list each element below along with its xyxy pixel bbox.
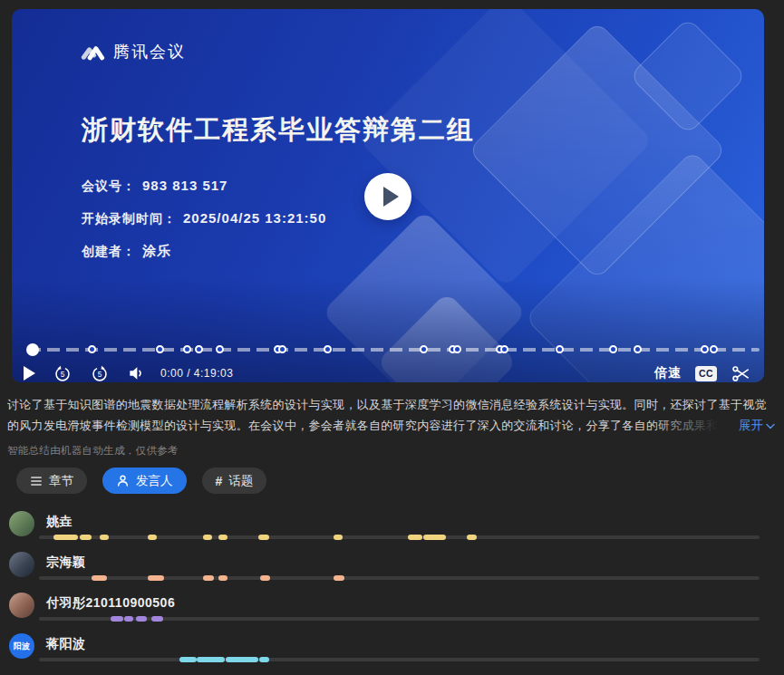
play-icon	[24, 366, 35, 381]
speech-segment[interactable]	[218, 535, 227, 540]
meta-label: 会议号：	[82, 178, 136, 195]
progress-marker[interactable]	[701, 345, 709, 353]
progress-track	[28, 348, 760, 352]
scissors-icon	[731, 363, 751, 383]
progress-bar[interactable]	[28, 345, 760, 354]
speech-segment[interactable]	[179, 657, 197, 662]
time-display: 0:00 / 4:19:03	[160, 367, 233, 380]
speech-segment[interactable]	[92, 575, 107, 581]
speech-segment[interactable]	[100, 535, 109, 540]
progress-marker[interactable]	[216, 345, 224, 353]
meta-label: 创建者：	[82, 244, 136, 260]
svg-text:5: 5	[98, 371, 102, 379]
person-icon	[116, 474, 130, 487]
progress-marker[interactable]	[500, 345, 508, 353]
big-play-button[interactable]	[364, 173, 411, 220]
progress-marker[interactable]	[634, 345, 642, 353]
tab-label: 发言人	[136, 473, 173, 489]
avatar	[9, 552, 34, 577]
speaker-row: 姚垚	[9, 507, 760, 548]
speech-segment[interactable]	[423, 535, 446, 540]
meeting-title: 浙财软件工程系毕业答辩第二组	[82, 112, 475, 149]
progress-marker[interactable]	[556, 345, 564, 353]
volume-button[interactable]	[127, 364, 146, 382]
cc-subtitles-button[interactable]: CC	[695, 366, 717, 381]
speech-segment[interactable]	[111, 616, 123, 622]
speech-segment[interactable]	[148, 575, 164, 581]
speaker-name: 蒋阳波	[46, 636, 86, 652]
tab-topics[interactable]: #话题	[202, 468, 267, 494]
summary-disclaimer: 智能总结由机器自动生成，仅供参考	[7, 444, 777, 458]
brand-name: 腾讯会议	[113, 41, 186, 63]
list-icon	[30, 475, 43, 487]
tencent-meeting-logo-icon	[81, 40, 105, 63]
progress-marker[interactable]	[453, 345, 461, 353]
expand-label: 展开	[739, 418, 763, 434]
playhead[interactable]	[26, 343, 39, 356]
speech-segment[interactable]	[197, 657, 225, 662]
speech-segment[interactable]	[408, 535, 422, 540]
rewind-5-icon: 5	[53, 363, 73, 382]
progress-marker[interactable]	[156, 345, 164, 353]
progress-marker[interactable]	[324, 345, 332, 353]
progress-marker[interactable]	[88, 345, 96, 353]
play-icon	[383, 187, 399, 207]
tab-speakers[interactable]: 发言人	[102, 468, 187, 494]
tab-label: 章节	[49, 473, 73, 489]
play-button[interactable]	[24, 366, 35, 381]
expand-summary-link[interactable]: 展开	[735, 418, 775, 434]
speech-segment[interactable]	[258, 535, 269, 540]
speech-segment[interactable]	[467, 535, 477, 540]
speaker-timeline	[39, 658, 760, 661]
volume-icon	[127, 364, 146, 382]
brand: 腾讯会议	[81, 40, 186, 63]
rewind-5s-button[interactable]: 5	[53, 363, 73, 382]
speech-segment[interactable]	[260, 575, 270, 581]
progress-marker[interactable]	[278, 345, 286, 353]
speech-segment[interactable]	[124, 616, 133, 622]
speech-segment[interactable]	[334, 535, 343, 540]
meta-value: 2025/04/25 13:21:50	[183, 210, 326, 226]
meta-label: 开始录制时间：	[82, 211, 177, 227]
progress-marker[interactable]	[183, 345, 191, 353]
avatar-initials: 阳波	[14, 641, 30, 652]
speech-segment[interactable]	[151, 616, 163, 622]
playback-speed-button[interactable]: 倍速	[654, 365, 682, 381]
progress-marker[interactable]	[195, 345, 203, 353]
meta-line: 创建者：涂乐	[82, 243, 326, 260]
chevron-down-icon	[766, 423, 775, 429]
summary-fade	[649, 415, 735, 436]
speech-segment[interactable]	[80, 535, 92, 540]
speech-segment[interactable]	[148, 535, 157, 540]
speech-segment[interactable]	[53, 535, 78, 540]
speech-segment[interactable]	[203, 575, 214, 581]
progress-marker[interactable]	[420, 345, 428, 353]
video-player[interactable]: 腾讯会议 浙财软件工程系毕业答辩第二组 会议号：983 813 517开始录制时…	[12, 9, 764, 382]
forward-5s-button[interactable]: 5	[90, 363, 110, 382]
clip-button[interactable]	[731, 363, 751, 383]
hash-icon: #	[216, 475, 223, 487]
speech-segment[interactable]	[334, 575, 344, 581]
meta-line: 会议号：983 813 517	[82, 178, 326, 195]
speaker-row: 宗海颖	[9, 548, 760, 589]
speech-segment[interactable]	[218, 575, 227, 581]
avatar: 阳波	[9, 633, 34, 659]
progress-marker[interactable]	[710, 345, 718, 353]
speech-segment[interactable]	[226, 657, 258, 662]
speech-segment[interactable]	[203, 535, 212, 540]
speaker-name: 付羽彤210110900506	[46, 595, 175, 612]
avatar	[9, 593, 34, 618]
tab-chapters[interactable]: 章节	[16, 468, 87, 494]
meta-value: 983 813 517	[142, 178, 227, 193]
speaker-timeline	[39, 535, 760, 539]
ai-summary: 讨论了基于知识图谱的地震数据处理流程解析系统的设计与实现，以及基于深度学习的微信…	[7, 394, 777, 458]
speaker-timeline	[39, 617, 760, 621]
speech-segment[interactable]	[136, 616, 147, 622]
speaker-row: 付羽彤210110900506	[9, 589, 760, 630]
speech-segment[interactable]	[259, 657, 269, 662]
tab-label: 话题	[228, 473, 253, 489]
speaker-list: 姚垚宗海颖付羽彤210110900506阳波蒋阳波	[9, 507, 760, 670]
progress-marker[interactable]	[609, 345, 617, 353]
tab-bar: 章节发言人#话题	[16, 468, 266, 494]
meta-value: 涂乐	[142, 243, 171, 260]
